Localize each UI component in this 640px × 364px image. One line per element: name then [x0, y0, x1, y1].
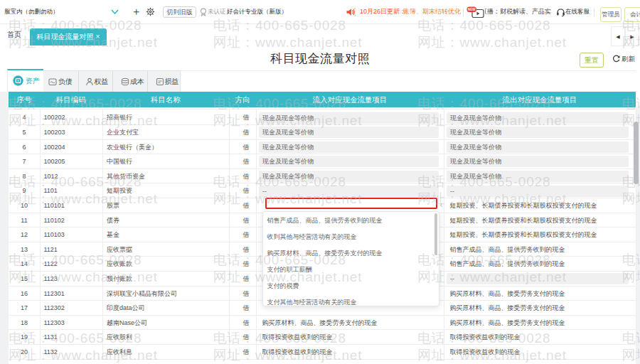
cell-index: 10	[9, 198, 40, 213]
cell-outflow-select[interactable]: 销售产成品、商品、提供劳务收到的现金	[450, 242, 565, 257]
cell-account-name: 招商银行	[107, 110, 132, 125]
tab-active-cashflow-mapping[interactable]: 科目现金流量对照×	[30, 28, 107, 46]
tab-equity[interactable]: 权益	[78, 70, 113, 92]
dropdown-option[interactable]: 收到其他与经营活动有关的现金	[263, 229, 439, 245]
dropdown-option[interactable]: 支付其他与经营活动有关的现金	[263, 294, 439, 306]
announcement-horn-icon	[346, 7, 356, 17]
cell-inflow-select[interactable]: 现金及现金等价物	[259, 156, 439, 167]
live-text[interactable]: 直播：财税解读、产品实	[481, 0, 551, 23]
cell-outflow-select[interactable]: 销售产成品、商品、提供劳务收到的现金	[450, 257, 565, 272]
gear-icon[interactable]	[146, 7, 155, 16]
tab-profit-loss[interactable]: 损益	[147, 70, 181, 92]
cell-index: 12	[9, 228, 40, 242]
tab-cost[interactable]: 成本	[112, 70, 147, 92]
grid-line	[40, 109, 41, 360]
tab-liabilities[interactable]: 负债	[43, 70, 78, 92]
cell-account-name: 基金	[107, 228, 119, 242]
cell-outflow-select[interactable]: 现金及现金等价物	[447, 127, 629, 138]
cell-account-name: 深圳联宝小精品有限公司	[107, 287, 177, 301]
role-chip-admin[interactable]: 管理员	[600, 7, 622, 22]
dropdown-option[interactable]: 支付的税费	[263, 278, 439, 294]
refresh-button[interactable]: 刷新	[622, 51, 635, 66]
cell-direction: 借	[229, 183, 263, 198]
tabs-scroll-right-button[interactable]: ▶	[625, 26, 639, 46]
cell-outflow-select[interactable]: 购买原材料、商品、接受劳务支付的现金	[450, 301, 565, 316]
cell-index: 7	[9, 154, 40, 169]
cell-direction: 借	[229, 110, 263, 125]
column-header: 流出对应现金流量项目	[476, 92, 604, 107]
tab-assets[interactable]: 资产	[7, 69, 43, 92]
cell-index: 8	[9, 169, 40, 184]
divider	[463, 8, 464, 16]
cell-outflow-select[interactable]: --	[447, 273, 629, 284]
cell-index: 15	[9, 272, 40, 287]
cell-inflow-select[interactable]: 现金及现金等价物	[259, 112, 439, 124]
chevron-down-icon[interactable]	[111, 9, 119, 15]
cell-inflow-select[interactable]: 取得投资收益收到的现金	[262, 330, 333, 345]
cell-outflow-select[interactable]: --	[447, 186, 629, 197]
account-switcher[interactable]: 服宝内（勿删勿动）	[4, 0, 59, 23]
announcement-date[interactable]: 10月26日更新：	[360, 0, 406, 23]
cell-index: 6	[9, 140, 40, 155]
tab-home[interactable]: 首页	[7, 24, 21, 46]
app-window: 服宝内（勿删勿动） ＋ 切到旧版 未认证 好会计专业版（新版） 10月26日更新…	[0, 0, 640, 364]
cell-account-name: 应收利息	[107, 345, 132, 360]
cell-index: 16	[9, 287, 40, 301]
cell-account-name: 应收股利	[107, 330, 132, 345]
cell-account-code: 100202	[44, 110, 65, 125]
cell-outflow-select[interactable]: 短期投资、长期债券投资和长期股权投资支付的现金	[450, 213, 597, 228]
tabs-scroll-left-button[interactable]: ◀	[611, 26, 625, 46]
cell-index: 9	[9, 183, 40, 198]
cell-outflow-select[interactable]: 取得投资收益收到的现金	[450, 330, 521, 345]
cell-inflow-select[interactable]: 购买原材料、商品、接受劳务支付的现金	[262, 316, 378, 331]
refresh-icon[interactable]	[612, 55, 620, 63]
cell-outflow-select[interactable]: 现金及现金等价物	[447, 171, 629, 182]
cell-account-name: 股票	[107, 198, 119, 213]
table-header: 序号科目编码科目名称方向流入对应现金流量项目流出对应现金流量项目	[9, 92, 636, 107]
cell-account-name: 农业银行（美金）	[107, 140, 158, 155]
cell-index: 17	[9, 301, 40, 316]
cell-outflow-select[interactable]: 短期投资、长期债券投资和长期股权投资支付的现金	[450, 228, 597, 242]
announcement-text[interactable]: 账簿、期末结转优化	[403, 0, 461, 23]
cell-inflow-select[interactable]: 现金及现金等价物	[259, 171, 439, 182]
reset-button[interactable]: 重置	[580, 53, 604, 68]
grid-line	[229, 109, 230, 360]
cert-status: 未认证	[208, 0, 226, 23]
cell-outflow-select[interactable]: 现金及现金等价物	[447, 141, 629, 153]
cell-outflow-select[interactable]: 短期投资、长期债券投资和长期股权投资支付的现金	[450, 198, 597, 213]
tab-label: 权益	[95, 71, 109, 92]
dropdown-option[interactable]: 购买原材料、商品、接受劳务支付的现金	[263, 245, 439, 261]
cell-inflow-select[interactable]: 现金及现金等价物	[259, 127, 439, 138]
cell-inflow-select[interactable]: --	[259, 186, 439, 197]
inflow-error-input[interactable]	[265, 198, 437, 210]
role-chip-accountant[interactable]: 会计	[624, 7, 640, 22]
cell-account-name: 预付账款	[107, 272, 132, 287]
add-account-button[interactable]: ＋	[131, 0, 142, 23]
tab-strip: 首页 科目现金流量对照× ◀ ▶	[0, 24, 640, 46]
cell-index: 11	[9, 213, 40, 228]
cell-inflow-select[interactable]: 取得投资收益收到的现金	[262, 345, 333, 360]
cell-outflow-select[interactable]: 购买原材料、商品、接受劳务支付的现金	[450, 287, 565, 301]
grid-line	[444, 109, 444, 360]
cell-outflow-select[interactable]: 购买原材料、商品、接受劳务支付的现金	[450, 316, 565, 331]
assets-icon	[13, 75, 23, 86]
online-support[interactable]: 在线客服	[565, 0, 590, 23]
vertical-scrollbar-thumb[interactable]	[634, 122, 639, 184]
cell-outflow-select[interactable]: 取得投资收益收到的现金	[450, 345, 521, 360]
cell-direction: 借	[229, 228, 263, 242]
close-icon[interactable]: ×	[96, 33, 100, 41]
headset-icon[interactable]	[556, 8, 565, 17]
tab-label: 负债	[58, 71, 73, 92]
dropdown-option[interactable]: 销售产成品、商品、提供劳务收到的现金	[263, 213, 439, 228]
cell-inflow-select[interactable]: 现金及现金等价物	[259, 141, 439, 153]
cell-direction: 借	[229, 140, 263, 155]
cell-direction: 借	[229, 242, 263, 257]
cell-outflow-select[interactable]: 现金及现金等价物	[447, 112, 629, 124]
dropdown-option[interactable]: 支付的职工薪酬	[263, 262, 439, 277]
cell-account-code: 1123	[44, 272, 58, 287]
switch-to-old-button[interactable]: 切到旧版	[163, 6, 196, 18]
live-entry[interactable]: 直播：财税解读、产品实 NEW	[466, 0, 552, 23]
cell-outflow-select[interactable]: 现金及现金等价物	[447, 156, 629, 167]
cell-account-name: 其他货币资金	[107, 169, 145, 184]
svg-text:NEW: NEW	[468, 8, 476, 11]
